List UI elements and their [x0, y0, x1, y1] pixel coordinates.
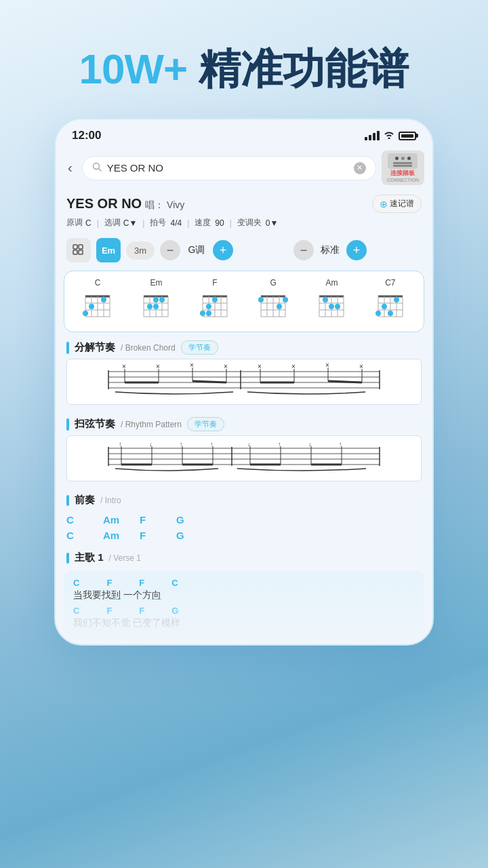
- speed-plus-button[interactable]: +: [346, 240, 367, 260]
- capo-value[interactable]: 0▼: [266, 218, 279, 228]
- intro-chord-g1[interactable]: G: [176, 514, 197, 526]
- broken-chord-header: 分解节奏 / Broken Chord 学节奏: [66, 340, 422, 355]
- rhythm-pattern-header: 扫弦节奏 / Rhythm Pattern 学节奏: [66, 417, 422, 431]
- chord-em-button[interactable]: Em: [96, 238, 121, 262]
- svg-point-42: [206, 304, 211, 309]
- svg-text:×: ×: [291, 363, 296, 370]
- chord-c7[interactable]: C7: [373, 278, 408, 325]
- v1-chord-g[interactable]: G: [171, 606, 178, 616]
- svg-point-41: [212, 297, 218, 302]
- chord-em[interactable]: Em: [138, 278, 174, 325]
- lyric-dao: 到: [111, 589, 121, 600]
- chord-am[interactable]: Am: [314, 278, 349, 325]
- svg-line-105: [328, 381, 362, 382]
- search-clear-button[interactable]: ✕: [354, 162, 366, 174]
- lyric-dang: 当: [73, 589, 83, 600]
- chord-c7-name: C7: [385, 278, 395, 288]
- intro-line-2: C Am F G: [66, 528, 422, 543]
- intro-chord-f2[interactable]: F: [140, 530, 160, 541]
- chord-c[interactable]: C: [80, 278, 115, 325]
- v1-chord-f1[interactable]: F: [106, 578, 112, 588]
- rhythm-pattern-section: 扫弦节奏 / Rhythm Pattern 学节奏 ↑ ↓ ↑ ↑ ↓ ↑ ↓ …: [56, 412, 432, 488]
- intro-chord-g2[interactable]: G: [176, 530, 197, 541]
- speed-memo-button[interactable]: ⊕ 速记谱: [372, 195, 422, 213]
- chord-em-label: Em: [102, 245, 115, 256]
- v1-chord-c3[interactable]: C: [73, 606, 79, 616]
- back-button[interactable]: ‹: [64, 157, 77, 178]
- verse1-line-1: C F F C 当我要找到 一个方向: [73, 578, 415, 601]
- speed-label: 速记谱: [390, 198, 414, 210]
- verse1-header: 主歌 1 / Verse 1: [56, 546, 432, 567]
- lyric-space: 一个方: [121, 589, 152, 600]
- song-title-row: YES OR NO 唱： Vivy ⊕ 速记谱: [56, 192, 432, 216]
- v1-chord-f3[interactable]: F: [106, 606, 112, 616]
- speed-minus-button[interactable]: −: [293, 240, 314, 260]
- svg-point-78: [394, 297, 399, 302]
- intro-line-1: C Am F G: [66, 512, 422, 528]
- duration-button[interactable]: 3m: [126, 241, 155, 260]
- phone-container: 12:00 ‹ YES OR NO ✕: [54, 118, 434, 646]
- v1-chord-f4[interactable]: F: [139, 606, 144, 616]
- search-bar[interactable]: YES OR NO ✕: [82, 156, 376, 180]
- svg-point-79: [382, 304, 387, 309]
- verse1-content: C F F C 当我要找到 一个方向 C F F G 我们不知不觉 已变了模样: [64, 571, 424, 640]
- svg-point-43: [200, 311, 205, 316]
- battery-icon: [399, 132, 416, 140]
- verse1-sub: / Verse 1: [109, 553, 141, 563]
- select-key-label: 选调: [104, 217, 121, 229]
- chord-g-name: G: [270, 278, 276, 288]
- verse1-line-2: C F F G 我们不知不觉 已变了模样: [73, 606, 415, 629]
- intro-accent: [66, 495, 69, 506]
- broken-chord-notation: × × × × × × × ×: [73, 363, 415, 397]
- chord-row: C: [70, 278, 418, 325]
- intro-chord-am2[interactable]: Am: [103, 530, 123, 541]
- chord-g[interactable]: G: [256, 278, 291, 325]
- intro-chord-c2[interactable]: C: [66, 530, 87, 541]
- svg-point-17: [89, 304, 94, 309]
- svg-text:×: ×: [325, 363, 329, 369]
- chord-c-name: C: [95, 278, 101, 288]
- broken-chord-badge[interactable]: 学节奏: [181, 340, 218, 355]
- grid-button[interactable]: [66, 238, 91, 262]
- key-control-left: − G调 +: [160, 240, 288, 260]
- verse1-lyrics-1: 当我要找到 一个方向: [73, 589, 415, 601]
- beat-value: 4/4: [170, 218, 182, 228]
- speed-icon: ⊕: [380, 199, 388, 210]
- status-time: 12:00: [72, 129, 101, 142]
- v1-chord-c2[interactable]: C: [171, 578, 178, 588]
- rhythm-pattern-badge[interactable]: 学节奏: [187, 417, 224, 431]
- broken-chord-section: 分解节奏 / Broken Chord 学节奏 × × × × × × × ×: [56, 335, 432, 412]
- rhythm-pattern-diagram: ↑ ↓ ↑ ↑ ↓ ↑ ↓ ↑: [66, 435, 422, 481]
- connection-button[interactable]: 连接踏板 CONNECTION: [382, 151, 424, 185]
- v1-chord-f2[interactable]: F: [139, 578, 144, 588]
- svg-point-30: [147, 304, 152, 309]
- key-minus-button[interactable]: −: [160, 240, 180, 260]
- header-highlight: 10W+: [79, 45, 188, 92]
- header-dark-text: 精准功能谱: [187, 45, 409, 92]
- chord-em-name: Em: [150, 278, 162, 288]
- intro-chord-am1[interactable]: Am: [103, 514, 123, 526]
- controls-row: Em 3m − G调 + − 标准 +: [56, 234, 432, 268]
- rhythm-pattern-sub: / Rhythm Pattern: [121, 420, 182, 429]
- rhythm-pattern-accent: [66, 418, 69, 431]
- key-plus-button[interactable]: +: [213, 240, 233, 260]
- svg-point-44: [206, 311, 211, 316]
- rhythm-pattern-title: 扫弦节奏: [75, 418, 115, 431]
- verse1-chords-2: C F F G: [73, 606, 415, 616]
- v1-chord-c[interactable]: C: [73, 578, 79, 588]
- intro-chord-f1[interactable]: F: [140, 514, 160, 526]
- svg-text:×: ×: [156, 363, 160, 370]
- intro-chord-c1[interactable]: C: [66, 514, 87, 526]
- chord-f[interactable]: F: [197, 278, 232, 325]
- rhythm-pattern-notation: ↑ ↓ ↑ ↑ ↓ ↑ ↓ ↑: [73, 440, 415, 474]
- song-singer: Vivy: [167, 199, 184, 210]
- speed-value-label: 标准: [318, 244, 342, 256]
- select-key-value[interactable]: C▼: [123, 218, 138, 228]
- svg-text:×: ×: [258, 363, 262, 370]
- speed-control: − 标准 +: [293, 240, 422, 260]
- wifi-icon: [384, 130, 394, 141]
- verse1-lyrics-2: 我们不知不觉 已变了模样: [73, 617, 415, 629]
- svg-point-31: [153, 304, 159, 309]
- verse1-accent: [66, 553, 69, 564]
- intro-title: 前奏: [75, 494, 95, 507]
